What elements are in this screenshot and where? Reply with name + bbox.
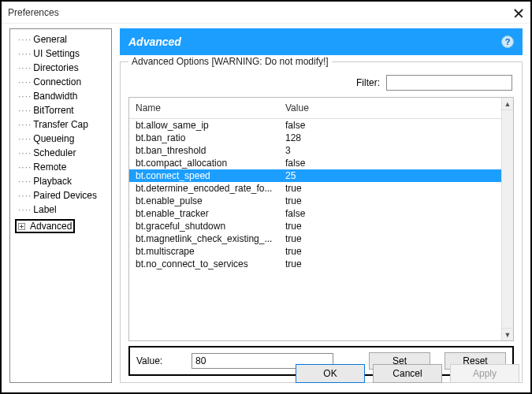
cell-value: true bbox=[285, 258, 513, 269]
cell-value: true bbox=[285, 233, 513, 244]
tree-dots-icon: ···· bbox=[18, 34, 32, 45]
sidebar-item-label: Remote bbox=[33, 162, 66, 173]
close-icon[interactable] bbox=[513, 7, 524, 18]
sidebar-item-label: Advanced bbox=[30, 221, 72, 232]
tree-dots-icon: ···· bbox=[18, 76, 32, 87]
tree-dots-icon: ···· bbox=[18, 204, 32, 215]
table-row[interactable]: bt.magnetlink_check_existing_...true bbox=[129, 232, 513, 245]
sidebar-item-label: General bbox=[33, 34, 67, 45]
cell-name: bt.connect_speed bbox=[136, 170, 285, 181]
tree-dots-icon: ···· bbox=[18, 119, 32, 130]
cell-value: true bbox=[285, 183, 513, 194]
apply-button: Apply bbox=[450, 364, 519, 383]
expand-icon[interactable] bbox=[18, 223, 25, 230]
sidebar-item[interactable]: ····Transfer Cap bbox=[12, 117, 110, 132]
sidebar-item-label: UI Settings bbox=[33, 48, 80, 59]
content: ····General····UI Settings····Directorie… bbox=[2, 24, 530, 388]
sidebar-item-label: Directories bbox=[33, 62, 78, 73]
cancel-button[interactable]: Cancel bbox=[373, 364, 442, 383]
tree-dots-icon: ···· bbox=[18, 133, 32, 144]
tree-dots-icon: ···· bbox=[18, 62, 32, 73]
table-body: bt.allow_same_ipfalsebt.ban_ratio128bt.b… bbox=[129, 119, 513, 340]
table-row[interactable]: bt.ban_threshold3 bbox=[129, 144, 513, 157]
table-row[interactable]: bt.graceful_shutdowntrue bbox=[129, 220, 513, 232]
filter-row: Filter: bbox=[130, 75, 512, 91]
sidebar-item-label: Label bbox=[33, 204, 56, 215]
cell-name: bt.graceful_shutdown bbox=[136, 221, 285, 232]
sidebar-item[interactable]: ····Connection bbox=[12, 75, 110, 89]
sidebar-item[interactable]: ····Directories bbox=[12, 61, 110, 75]
sidebar-item[interactable]: ····Paired Devices bbox=[12, 188, 110, 203]
filter-input[interactable] bbox=[386, 75, 512, 91]
sidebar-item[interactable]: ····General bbox=[12, 32, 110, 46]
group-legend: Advanced Options [WARNING: Do not modify… bbox=[128, 56, 332, 67]
sidebar-item[interactable]: ····Remote bbox=[12, 160, 110, 174]
options-table: Name Value bt.allow_same_ipfalsebt.ban_r… bbox=[128, 97, 514, 341]
sidebar-item-advanced[interactable]: Advanced bbox=[15, 219, 75, 233]
window-title: Preferences bbox=[8, 7, 59, 18]
sidebar-item-label: Transfer Cap bbox=[33, 119, 88, 130]
sidebar-item[interactable]: ····Playback bbox=[12, 174, 110, 188]
tree-dots-icon: ···· bbox=[18, 162, 32, 173]
table-row[interactable]: bt.enable_trackerfalse bbox=[129, 207, 513, 220]
cell-name: bt.ban_ratio bbox=[136, 132, 285, 143]
table-row[interactable]: bt.ban_ratio128 bbox=[129, 132, 513, 144]
cell-value: false bbox=[285, 120, 513, 131]
section-title: Advanced bbox=[128, 35, 181, 48]
table-row[interactable]: bt.multiscrapetrue bbox=[129, 245, 513, 258]
cell-name: bt.ban_threshold bbox=[136, 145, 285, 156]
table-row[interactable]: bt.allow_same_ipfalse bbox=[129, 119, 513, 132]
table-row[interactable]: bt.no_connect_to_servicestrue bbox=[129, 258, 513, 270]
cell-value: false bbox=[285, 208, 513, 219]
sidebar-item[interactable]: ····Bandwidth bbox=[12, 89, 110, 103]
cell-value: 128 bbox=[285, 132, 513, 143]
sidebar-item-label: Playback bbox=[33, 176, 72, 187]
sidebar-item[interactable]: ····Scheduler bbox=[12, 146, 110, 160]
main-panel: Advanced ? Advanced Options [WARNING: Do… bbox=[120, 28, 523, 383]
section-header: Advanced ? bbox=[120, 28, 523, 55]
cell-value: true bbox=[285, 246, 513, 257]
value-label: Value: bbox=[136, 355, 184, 366]
cell-name: bt.enable_pulse bbox=[136, 195, 285, 206]
tree-dots-icon: ···· bbox=[18, 190, 32, 201]
sidebar-item-label: Bandwidth bbox=[33, 91, 77, 102]
help-icon[interactable]: ? bbox=[501, 35, 514, 48]
table-row[interactable]: bt.enable_pulsetrue bbox=[129, 195, 513, 207]
cell-name: bt.determine_encoded_rate_fo... bbox=[136, 183, 285, 194]
cell-name: bt.enable_tracker bbox=[136, 208, 285, 219]
cell-value: false bbox=[285, 158, 513, 169]
cell-name: bt.multiscrape bbox=[136, 246, 285, 257]
cell-value: true bbox=[285, 221, 513, 232]
cell-value: true bbox=[285, 195, 513, 206]
sidebar-item[interactable]: ····Queueing bbox=[12, 132, 110, 146]
sidebar-item[interactable]: ····UI Settings bbox=[12, 46, 110, 61]
cell-value: 25 bbox=[285, 170, 513, 181]
sidebar-item-label: Scheduler bbox=[33, 147, 76, 158]
advanced-options-group: Advanced Options [WARNING: Do not modify… bbox=[120, 61, 523, 383]
scrollbar[interactable]: ▲ ▼ bbox=[501, 98, 513, 340]
table-row[interactable]: bt.connect_speed25 bbox=[129, 169, 513, 182]
sidebar-item-label: Paired Devices bbox=[33, 190, 97, 201]
sidebar-item[interactable]: ····BitTorrent bbox=[12, 103, 110, 117]
tree-dots-icon: ···· bbox=[18, 147, 32, 158]
titlebar: Preferences bbox=[2, 2, 530, 24]
scroll-up-icon[interactable]: ▲ bbox=[502, 98, 513, 110]
filter-label: Filter: bbox=[356, 77, 380, 88]
cell-name: bt.compact_allocation bbox=[136, 158, 285, 169]
sidebar-item-label: BitTorrent bbox=[33, 105, 73, 116]
column-header-value[interactable]: Value bbox=[285, 102, 513, 113]
table-header: Name Value bbox=[129, 98, 513, 119]
sidebar-item[interactable]: ····Label bbox=[12, 203, 110, 217]
cell-name: bt.no_connect_to_services bbox=[136, 258, 285, 269]
tree-dots-icon: ···· bbox=[18, 91, 32, 102]
table-row[interactable]: bt.determine_encoded_rate_fo...true bbox=[129, 182, 513, 195]
tree-dots-icon: ···· bbox=[18, 48, 32, 59]
ok-button[interactable]: OK bbox=[296, 364, 365, 383]
column-header-name[interactable]: Name bbox=[136, 102, 285, 113]
tree-dots-icon: ···· bbox=[18, 105, 32, 116]
sidebar-item-label: Queueing bbox=[33, 133, 74, 144]
scroll-down-icon[interactable]: ▼ bbox=[502, 328, 513, 340]
table-row[interactable]: bt.compact_allocationfalse bbox=[129, 157, 513, 169]
sidebar: ····General····UI Settings····Directorie… bbox=[9, 28, 112, 383]
dialog-buttons: OK Cancel Apply bbox=[296, 364, 519, 383]
